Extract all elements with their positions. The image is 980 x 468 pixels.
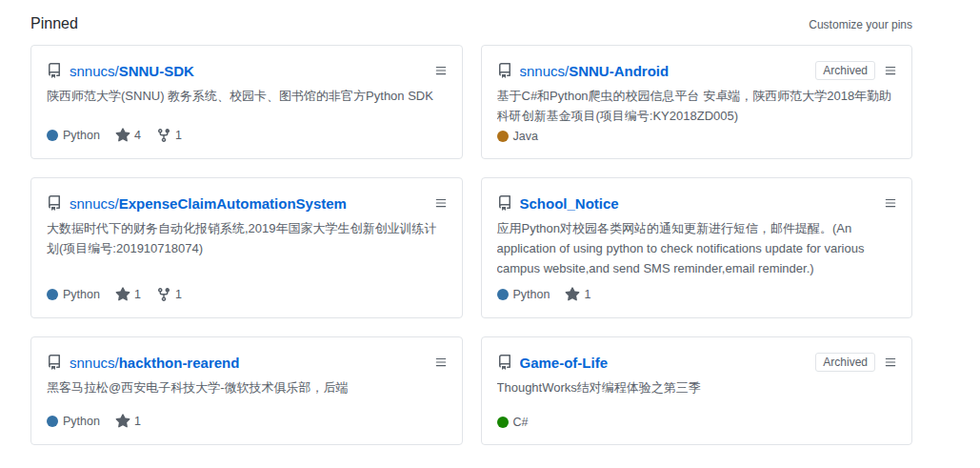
archived-badge: Archived — [815, 61, 875, 80]
customize-pins-link[interactable]: Customize your pins — [809, 18, 912, 31]
git-branch-icon — [156, 128, 171, 143]
star-count: 1 — [134, 288, 141, 301]
repo-name: Game-of-Life — [520, 355, 609, 371]
stargazers-link[interactable]: 1 — [115, 287, 141, 302]
repo-description: 陕西师范大学(SNNU) 教务系统、校园卡、图书馆的非官方Python SDK — [47, 86, 447, 106]
language-label: C# — [513, 416, 529, 429]
repo-description: 大数据时代下的财务自动化报销系统,2019年国家大学生创新创业训练计划(项目编号… — [47, 218, 447, 258]
pinned-repo-card: Game-of-Life Archived ThoughtWorks结对编程体验… — [481, 336, 913, 445]
repo-meta-row: Python 1 1 — [47, 287, 447, 302]
language-color-dot — [47, 416, 58, 427]
repo-link[interactable]: snnucs/SNNU-SDK — [70, 63, 426, 79]
repo-description: 基于C#和Python爬虫的校园信息平台 安卓端，陕西师范大学2018年勤助科研… — [497, 86, 897, 126]
language-label: Python — [63, 415, 100, 428]
language-label: Java — [513, 130, 538, 143]
repo-link[interactable]: School_Notice — [520, 195, 876, 212]
repo-icon — [497, 63, 512, 78]
repo-icon — [497, 355, 512, 370]
repo-icon — [47, 63, 62, 78]
pinned-repo-card: School_Notice 应用Python对校园各类网站的通知更新进行短信，邮… — [481, 177, 913, 318]
fork-count: 1 — [175, 288, 182, 301]
pinned-repos-section: Pinned Customize your pins snnucs/SNNU-S… — [0, 0, 980, 468]
pinned-cards-grid: snnucs/SNNU-SDK 陕西师范大学(SNNU) 教务系统、校园卡、图书… — [30, 45, 912, 445]
repo-link[interactable]: snnucs/SNNU-Android — [520, 63, 809, 79]
repo-link[interactable]: Game-of-Life — [520, 355, 809, 371]
repo-meta-row: Python 1 — [47, 414, 447, 429]
star-icon — [115, 287, 130, 302]
fork-count: 1 — [175, 129, 182, 142]
language-label: Python — [513, 288, 550, 301]
star-icon — [115, 128, 130, 143]
repo-owner: snnucs/ — [70, 355, 119, 371]
forks-link[interactable]: 1 — [156, 287, 182, 302]
pinned-header: Pinned Customize your pins — [30, 15, 912, 32]
language-item: C# — [497, 416, 529, 429]
repo-owner: snnucs/ — [520, 63, 570, 79]
repo-icon — [47, 355, 62, 370]
repo-meta-row: Java — [497, 130, 897, 143]
grabber-icon[interactable] — [435, 356, 447, 368]
language-item: Java — [497, 130, 538, 143]
repo-title-row: Game-of-Life Archived — [497, 353, 897, 372]
repo-link[interactable]: snnucs/hackthon-rearend — [70, 355, 426, 371]
pinned-repo-card: snnucs/ExpenseClaimAutomationSystem 大数据时… — [30, 177, 463, 318]
repo-owner: snnucs/ — [70, 195, 119, 212]
pinned-repo-card: snnucs/hackthon-rearend 黑客马拉松@西安电子科技大学-微… — [30, 336, 463, 445]
grabber-icon[interactable] — [885, 65, 896, 76]
section-title: Pinned — [30, 15, 78, 32]
star-icon — [565, 287, 580, 302]
language-color-dot — [497, 131, 509, 142]
repo-title-row: snnucs/hackthon-rearend — [47, 353, 447, 372]
star-count: 4 — [134, 129, 141, 142]
language-label: Python — [63, 129, 100, 142]
grabber-icon[interactable] — [885, 356, 896, 368]
language-label: Python — [63, 288, 100, 301]
language-item: Python — [47, 129, 100, 142]
grabber-icon[interactable] — [885, 197, 896, 209]
star-count: 1 — [584, 288, 590, 301]
repo-description: 应用Python对校园各类网站的通知更新进行短信，邮件提醒。(An applic… — [497, 218, 897, 278]
language-color-dot — [497, 417, 509, 428]
stargazers-link[interactable]: 1 — [565, 287, 590, 302]
repo-description: 黑客马拉松@西安电子科技大学-微软技术俱乐部，后端 — [47, 377, 447, 397]
repo-title-row: snnucs/SNNU-SDK — [47, 61, 447, 80]
repo-meta-row: Python 4 1 — [47, 128, 447, 143]
repo-name: ExpenseClaimAutomationSystem — [119, 195, 347, 212]
language-item: Python — [47, 415, 100, 428]
repo-title-row: snnucs/ExpenseClaimAutomationSystem — [47, 193, 447, 213]
repo-name: School_Notice — [520, 195, 619, 212]
language-color-dot — [47, 130, 58, 141]
language-color-dot — [497, 289, 509, 300]
repo-description: ThoughtWorks结对编程体验之第三季 — [497, 377, 897, 397]
archived-badge: Archived — [815, 353, 875, 372]
language-color-dot — [47, 289, 58, 300]
grabber-icon[interactable] — [435, 65, 447, 76]
repo-owner: snnucs/ — [70, 63, 119, 79]
language-item: Python — [47, 288, 100, 301]
pinned-repo-card: snnucs/SNNU-SDK 陕西师范大学(SNNU) 教务系统、校园卡、图书… — [30, 45, 463, 159]
repo-name: hackthon-rearend — [119, 355, 240, 371]
git-branch-icon — [156, 287, 171, 302]
repo-title-row: snnucs/SNNU-Android Archived — [497, 61, 897, 80]
repo-icon — [47, 195, 62, 211]
grabber-icon[interactable] — [435, 197, 447, 209]
repo-name: SNNU-Android — [569, 63, 669, 79]
stargazers-link[interactable]: 4 — [115, 128, 141, 143]
repo-name: SNNU-SDK — [119, 63, 194, 79]
repo-link[interactable]: snnucs/ExpenseClaimAutomationSystem — [70, 195, 426, 212]
repo-icon — [497, 195, 512, 211]
stargazers-link[interactable]: 1 — [115, 414, 141, 429]
language-item: Python — [497, 288, 550, 301]
forks-link[interactable]: 1 — [156, 128, 182, 143]
pinned-repo-card: snnucs/SNNU-Android Archived 基于C#和Python… — [481, 45, 913, 159]
repo-meta-row: Python 1 — [497, 287, 897, 302]
repo-meta-row: C# — [497, 416, 897, 429]
star-count: 1 — [134, 415, 141, 428]
star-icon — [115, 414, 130, 429]
repo-title-row: School_Notice — [497, 193, 897, 213]
